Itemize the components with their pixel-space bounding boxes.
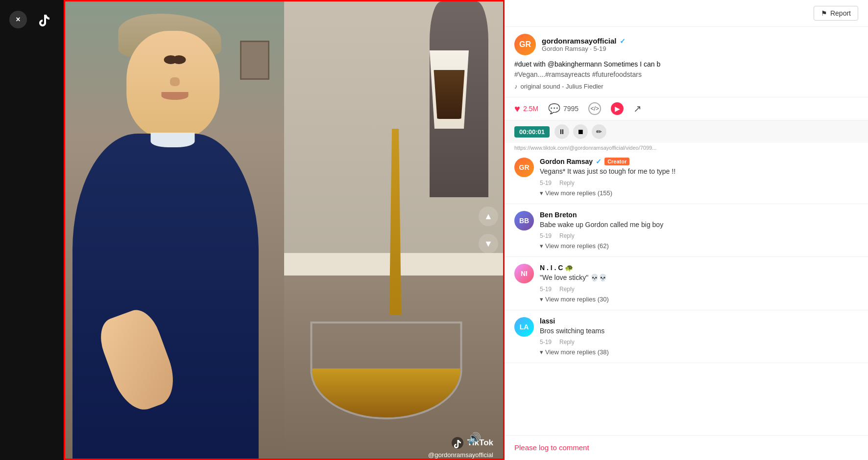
video-left-panel <box>65 1 284 459</box>
stop-icon: ⏹ <box>577 128 584 136</box>
comment-username: N . I . C 🐢 <box>540 264 858 272</box>
table-row: BB Ben Breton Babe wake up Gordon called… <box>505 204 868 257</box>
video-container[interactable]: TikTok @gordonramsayofficial ▲ ▼ 🔊 <box>64 0 505 460</box>
comment-icon: 💬 <box>548 103 560 115</box>
comment-date: 5-19 <box>540 339 552 345</box>
reply-button[interactable]: Reply <box>559 339 575 345</box>
volume-icon[interactable]: 🔊 <box>468 432 481 445</box>
table-row: LA lassi Bros switching teams 5-19 Reply… <box>505 310 868 364</box>
comment-content: Ben Breton Babe wake up Gordon called me… <box>540 211 858 250</box>
comment-meta: 5-19 Reply <box>540 180 858 186</box>
reply-button[interactable]: Reply <box>559 286 575 293</box>
comment-text: Vegans* It was just so tough for me to t… <box>540 167 858 177</box>
comment-date: 5-19 <box>540 180 552 186</box>
share-button[interactable]: ↗ <box>633 103 642 115</box>
heart-icon: ♥ <box>514 103 520 115</box>
nav-up-button[interactable]: ▲ <box>479 207 498 226</box>
hashtags: #Vegan....#ramsayreacts #futurefoodstars <box>514 70 642 78</box>
avatar: NI <box>514 264 534 283</box>
comments-section[interactable]: GR Gordon Ramsay ✓ Creator Vegans* It wa… <box>505 151 868 435</box>
comment-date: 5-19 <box>540 232 552 239</box>
edit-button[interactable]: ✏ <box>592 124 606 139</box>
share-icon: ↗ <box>633 103 642 115</box>
progress-bar: 00:00:01 ⏸ ⏹ ✏ <box>505 120 868 143</box>
login-prompt[interactable]: Please log to comment <box>505 435 868 460</box>
view-replies-button[interactable]: ▾ View more replies (38) <box>540 348 858 356</box>
creator-name: gordonramsayofficial ✓ <box>542 37 858 45</box>
comment-text: "We love sticky" 💀💀 <box>540 273 858 283</box>
comment-meta: 5-19 Reply <box>540 286 858 293</box>
comment-content: N . I . C 🐢 "We love sticky" 💀💀 5-19 Rep… <box>540 264 858 303</box>
video-info: GR gordonramsayofficial ✓ Gordon Ramsay … <box>505 27 868 97</box>
embed-icon: </> <box>588 102 601 115</box>
action-bar: ♥ 2.5M 💬 7995 </> ▶ ↗ <box>505 97 868 120</box>
creator-avatar[interactable]: GR <box>514 34 536 55</box>
comment-username: Ben Breton <box>540 211 858 219</box>
creator-handle: Gordon Ramsay · 5-19 <box>542 45 858 52</box>
avatar: LA <box>514 317 534 337</box>
table-row: NI N . I . C 🐢 "We love sticky" 💀💀 5-19 … <box>505 257 868 310</box>
like-button[interactable]: ♥ 2.5M <box>514 103 538 115</box>
chevron-down-icon: ▾ <box>540 189 543 197</box>
video-right-panel: TikTok @gordonramsayofficial <box>284 1 503 459</box>
sound-info: ♪ original sound - Julius Fiedler <box>514 83 858 90</box>
right-panel: ⚑ Report GR gordonramsayofficial ✓ Gordo… <box>505 0 868 460</box>
save-icon: ▶ <box>611 102 624 115</box>
stop-button[interactable]: ⏹ <box>573 124 588 139</box>
login-text[interactable]: Please log to comment <box>514 443 589 452</box>
edit-icon: ✏ <box>596 128 602 136</box>
navigation-arrows: ▲ ▼ <box>479 207 498 253</box>
verified-icon: ✓ <box>620 37 626 45</box>
view-replies-button[interactable]: ▾ View more replies (155) <box>540 189 858 197</box>
chevron-down-icon: ▾ <box>540 348 543 356</box>
chevron-down-icon: ▾ <box>540 296 543 303</box>
nav-down-button[interactable]: ▼ <box>479 234 498 253</box>
avatar: GR <box>514 158 534 177</box>
save-button[interactable]: ▶ <box>611 102 624 115</box>
comment-date: 5-19 <box>540 286 552 293</box>
video-description: #duet with @bakinghermann Sometimes I ca… <box>514 59 858 80</box>
comment-username: lassi <box>540 317 858 325</box>
comment-button[interactable]: 💬 7995 <box>548 103 579 115</box>
reply-button[interactable]: Reply <box>559 232 575 239</box>
close-button[interactable]: × <box>9 11 27 28</box>
chevron-down-icon: ▾ <box>540 242 543 250</box>
report-button[interactable]: ⚑ Report <box>814 6 858 21</box>
right-header: ⚑ Report <box>505 0 868 27</box>
avatar: BB <box>514 211 534 230</box>
comment-text: Babe wake up Gordon called me big boy <box>540 220 858 230</box>
reply-button[interactable]: Reply <box>559 180 575 186</box>
view-replies-button[interactable]: ▾ View more replies (30) <box>540 296 858 303</box>
video-url: https://www.tiktok.com/@gordonramsayoffi… <box>505 145 868 151</box>
left-sidebar: × <box>0 0 64 460</box>
creator-info: gordonramsayofficial ✓ Gordon Ramsay · 5… <box>542 37 858 52</box>
embed-button[interactable]: </> <box>588 102 601 115</box>
pause-icon: ⏸ <box>558 128 565 136</box>
creator-tag: Creator <box>604 158 629 165</box>
pause-button[interactable]: ⏸ <box>555 124 569 139</box>
comment-content: Gordon Ramsay ✓ Creator Vegans* It was j… <box>540 158 858 197</box>
close-icon: × <box>16 15 20 24</box>
comment-text: Bros switching teams <box>540 326 858 336</box>
verified-icon: ✓ <box>596 158 602 165</box>
table-row: GR Gordon Ramsay ✓ Creator Vegans* It wa… <box>505 151 868 204</box>
comment-content: lassi Bros switching teams 5-19 Reply ▾ … <box>540 317 858 356</box>
tiktok-handle: @gordonramsayofficial <box>428 451 493 459</box>
cup-visual <box>425 50 474 129</box>
music-icon: ♪ <box>514 83 518 90</box>
tiktok-logo <box>35 10 54 29</box>
player-controls: ⏸ ⏹ ✏ <box>555 124 606 139</box>
flag-icon: ⚑ <box>821 9 827 17</box>
comment-meta: 5-19 Reply <box>540 232 858 239</box>
view-replies-button[interactable]: ▾ View more replies (62) <box>540 242 858 250</box>
comment-meta: 5-19 Reply <box>540 339 858 345</box>
time-display: 00:00:01 <box>514 126 550 138</box>
comment-username: Gordon Ramsay ✓ Creator <box>540 158 858 165</box>
